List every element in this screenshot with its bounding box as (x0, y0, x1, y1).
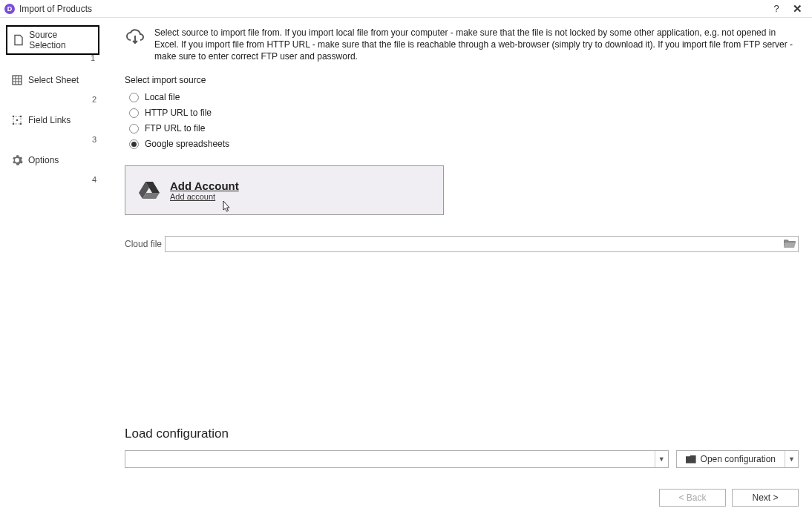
radio-http-url[interactable]: HTTP URL to file (129, 105, 799, 121)
app-icon: D (4, 4, 15, 14)
step-source-selection[interactable]: Source Selection 1 (6, 25, 99, 55)
cloud-file-label: Cloud file (125, 239, 165, 249)
radio-google-spreadsheets[interactable]: Google spreadsheets (129, 136, 799, 152)
radio-icon (129, 124, 139, 134)
step-number: 4 (92, 175, 96, 184)
back-label: < Back (678, 492, 706, 503)
back-button: < Back (659, 489, 726, 507)
add-account-title: Add Account (170, 179, 239, 192)
links-icon (10, 113, 24, 127)
radio-label: FTP URL to file (145, 123, 205, 134)
cloud-download-icon (125, 27, 145, 47)
open-configuration-button[interactable]: Open configuration ▼ (676, 450, 799, 468)
window-title: Import of Products (19, 4, 766, 14)
step-options[interactable]: Options 4 (6, 145, 99, 175)
radio-icon (129, 108, 139, 118)
step-number: 2 (92, 95, 96, 104)
next-label: Next > (752, 492, 778, 503)
svg-point-4 (20, 123, 22, 125)
select-source-label: Select import source (125, 75, 799, 85)
source-radio-group: Local file HTTP URL to file FTP URL to f… (129, 90, 799, 152)
radio-ftp-url[interactable]: FTP URL to file (129, 121, 799, 136)
intro-text: Select source to import file from. If yo… (154, 27, 799, 63)
radio-label: HTTP URL to file (145, 108, 212, 118)
titlebar: D Import of Products ? ✕ (0, 0, 812, 18)
configuration-combo[interactable]: ▼ (125, 450, 669, 468)
gear-icon (10, 154, 24, 167)
page-icon (12, 33, 24, 47)
wizard-sidebar: Source Selection 1 Select Sheet 2 Field … (0, 18, 104, 514)
step-label: Field Links (28, 115, 71, 125)
step-label: Source Selection (29, 30, 94, 50)
cloud-file-input[interactable] (165, 236, 799, 252)
step-label: Select Sheet (28, 75, 79, 85)
step-number: 1 (91, 53, 95, 62)
google-drive-icon (139, 180, 160, 200)
radio-icon (129, 93, 139, 102)
open-configuration-label: Open configuration (701, 454, 776, 464)
add-account-box[interactable]: Add Account Add account (125, 165, 444, 215)
step-field-links[interactable]: Field Links 3 (6, 105, 99, 135)
radio-label: Google spreadsheets (145, 139, 229, 149)
svg-rect-0 (13, 76, 22, 85)
chevron-down-icon[interactable]: ▼ (655, 451, 668, 467)
grid-icon (10, 73, 24, 87)
step-number: 3 (92, 135, 96, 144)
add-account-subtitle: Add account (170, 192, 239, 201)
cursor-pointer-icon (220, 200, 232, 214)
close-button[interactable]: ✕ (787, 2, 808, 16)
folder-icon (686, 455, 696, 464)
svg-point-5 (16, 119, 19, 122)
step-select-sheet[interactable]: Select Sheet 2 (6, 65, 99, 95)
help-button[interactable]: ? (766, 3, 787, 14)
radio-local-file[interactable]: Local file (129, 90, 799, 105)
radio-icon (129, 139, 139, 149)
main-panel: Select source to import file from. If yo… (104, 18, 812, 514)
chevron-down-icon[interactable]: ▼ (785, 451, 798, 467)
folder-open-icon[interactable] (782, 237, 798, 251)
next-button[interactable]: Next > (732, 489, 799, 507)
load-configuration-title: Load configuration (125, 426, 799, 441)
step-label: Options (28, 155, 59, 165)
radio-label: Local file (145, 92, 180, 102)
